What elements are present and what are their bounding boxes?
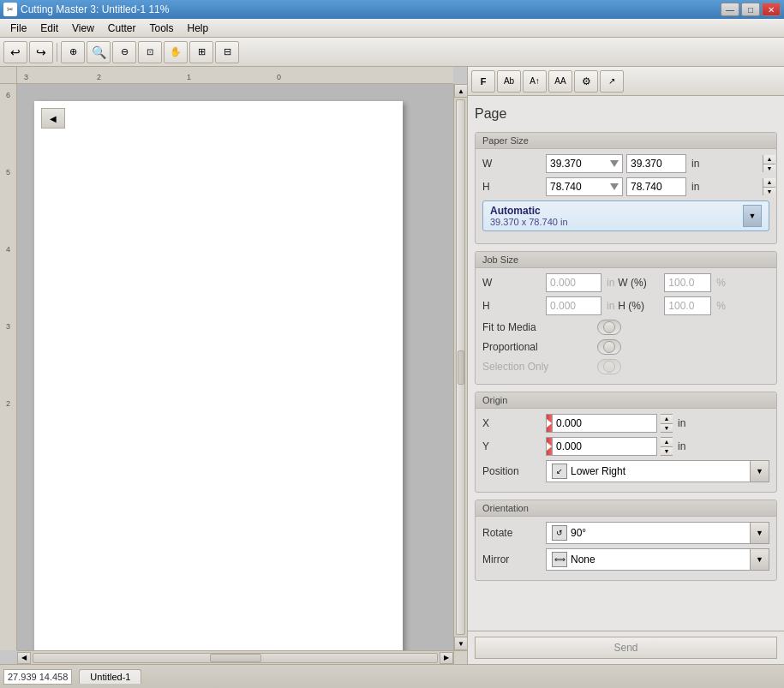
- title-bar: ✂ Cutting Master 3: Untitled-1 11% — □ ✕: [0, 0, 784, 19]
- auto-text: Automatic 39.370 x 78.740 in: [490, 205, 568, 227]
- panel-btn-ab[interactable]: Ab: [497, 70, 521, 93]
- paper-w-down[interactable]: ▼: [763, 165, 775, 173]
- menu-edit[interactable]: Edit: [33, 21, 65, 36]
- pan-button[interactable]: ✋: [164, 41, 188, 63]
- ruler-corner: [0, 67, 17, 84]
- mirror-icon: ⟺: [552, 552, 567, 567]
- position-dropdown-arrow[interactable]: ▼: [750, 461, 769, 482]
- origin-y-unit: in: [678, 440, 685, 452]
- origin-x-arrows[interactable]: ▲ ▼: [661, 414, 673, 433]
- origin-x-input[interactable]: [546, 414, 657, 433]
- rotate-dropdown-arrow[interactable]: ▼: [750, 523, 769, 543]
- origin-section: Origin X ▲ ▼: [475, 392, 777, 493]
- job-wpct-unit: %: [716, 277, 726, 289]
- job-size-section: Job Size W ▲ ▼ in W (%): [475, 251, 777, 385]
- scroll-down-button[interactable]: ▼: [454, 637, 467, 650]
- scroll-right-button[interactable]: ▶: [440, 652, 453, 664]
- zoom-fit-button[interactable]: ⊕: [61, 41, 85, 63]
- mirror-dropdown-content: ⟺ None: [547, 552, 750, 567]
- fit-to-media-row: Fit to Media: [482, 320, 769, 335]
- main-toolbar: ↩ ↪ ⊕ 🔍 ⊖ ⊡ ✋ ⊞ ⊟: [0, 38, 784, 67]
- job-h-input[interactable]: ▲ ▼: [546, 296, 601, 315]
- paper-w-up[interactable]: ▲: [763, 155, 775, 165]
- origin-y-input[interactable]: [546, 437, 657, 456]
- origin-y-down[interactable]: ▼: [661, 447, 673, 456]
- job-wpct-input[interactable]: ▲ ▼: [664, 273, 711, 292]
- paper-w-slider[interactable]: [546, 154, 623, 173]
- scroll-thumb-v[interactable]: [456, 99, 465, 635]
- grid-button[interactable]: ⊞: [189, 41, 213, 63]
- origin-y-label: Y: [482, 440, 542, 452]
- proportional-toggle[interactable]: [597, 339, 621, 355]
- origin-y-triangle: [547, 442, 552, 451]
- job-h-row: H ▲ ▼ in H (%): [482, 296, 769, 315]
- paper-h-arrows[interactable]: ▲ ▼: [763, 178, 775, 195]
- canvas-inner[interactable]: ◀: [17, 84, 453, 650]
- undo-button[interactable]: ↩: [3, 41, 27, 63]
- panel-btn-aa[interactable]: AA: [548, 70, 572, 93]
- paper-w-input[interactable]: ▲ ▼: [626, 154, 686, 173]
- status-coords: 27.939 14.458: [3, 669, 72, 685]
- panel-btn-arrow[interactable]: ↗: [600, 70, 624, 93]
- menu-help[interactable]: Help: [181, 21, 216, 36]
- origin-x-down[interactable]: ▼: [661, 424, 673, 433]
- rotate-value: 90°: [571, 527, 586, 539]
- menu-file[interactable]: File: [3, 21, 33, 36]
- rotate-label: Rotate: [482, 527, 542, 539]
- mirror-dropdown-arrow[interactable]: ▼: [750, 549, 769, 570]
- redo-button[interactable]: ↪: [29, 41, 53, 63]
- paper-h-unit: in: [691, 181, 699, 193]
- auto-arrow[interactable]: ▼: [743, 205, 762, 227]
- menu-cutter[interactable]: Cutter: [101, 21, 143, 36]
- job-w-input[interactable]: ▲ ▼: [546, 273, 601, 292]
- paper-h-slider[interactable]: [546, 177, 623, 196]
- scroll-left-button[interactable]: ◀: [17, 652, 31, 664]
- auto-title: Automatic: [490, 205, 568, 217]
- status-bar: 27.939 14.458 Untitled-1: [0, 664, 784, 688]
- grid2-button[interactable]: ⊟: [215, 41, 239, 63]
- paper-h-input[interactable]: ▲ ▼: [626, 177, 686, 196]
- horizontal-scrollbar: ◀ ▶: [17, 650, 453, 664]
- vertical-ruler: 6 5 4 3 2: [0, 84, 17, 650]
- selection-only-toggle[interactable]: [597, 359, 621, 374]
- scroll-thumb-h[interactable]: [33, 653, 438, 663]
- back-icon[interactable]: ◀: [41, 108, 65, 129]
- mirror-dropdown[interactable]: ⟺ None ▼: [546, 548, 769, 571]
- zoom-selection-button[interactable]: ⊡: [138, 41, 162, 63]
- fit-to-media-toggle[interactable]: [597, 320, 621, 335]
- panel-btn-a-up[interactable]: A↑: [523, 70, 547, 93]
- rotate-dropdown[interactable]: ↺ 90° ▼: [546, 522, 769, 544]
- toggle-inner-prop: [603, 341, 615, 353]
- origin-y-up[interactable]: ▲: [661, 438, 673, 447]
- paper-w-row: W ▲ ▼ in: [482, 154, 769, 173]
- auto-dropdown[interactable]: Automatic 39.370 x 78.740 in ▼: [482, 200, 769, 231]
- panel-btn-f[interactable]: F: [471, 70, 495, 93]
- origin-x-up[interactable]: ▲: [661, 415, 673, 424]
- maximize-button[interactable]: □: [741, 3, 760, 16]
- send-button[interactable]: Send: [475, 637, 777, 659]
- proportional-row: Proportional: [482, 339, 769, 355]
- job-hpct-input[interactable]: ▲ ▼: [664, 296, 711, 315]
- zoom-in-button[interactable]: 🔍: [87, 41, 111, 63]
- canvas-area: 3 2 1 0 6 5 4 3 2 ◀ ▲: [0, 67, 467, 664]
- menu-view[interactable]: View: [65, 21, 101, 36]
- job-w-unit: in: [607, 277, 614, 289]
- paper-w-arrows[interactable]: ▲ ▼: [763, 155, 775, 172]
- mirror-row: Mirror ⟺ None ▼: [482, 548, 769, 571]
- paper-h-up[interactable]: ▲: [763, 178, 775, 188]
- paper-h-down[interactable]: ▼: [763, 188, 775, 196]
- menu-tools[interactable]: Tools: [143, 21, 181, 36]
- position-dropdown[interactable]: ↙ Lower Right ▼: [546, 460, 769, 482]
- minimize-button[interactable]: —: [721, 3, 739, 16]
- scroll-up-button[interactable]: ▲: [454, 84, 467, 98]
- origin-y-arrows[interactable]: ▲ ▼: [661, 437, 673, 456]
- position-row: Position ↙ Lower Right ▼: [482, 460, 769, 482]
- close-button[interactable]: ✕: [762, 3, 781, 16]
- position-dropdown-content: ↙ Lower Right: [547, 464, 750, 479]
- tab-untitled-1[interactable]: Untitled-1: [79, 669, 141, 684]
- selection-only-row: Selection Only: [482, 359, 769, 374]
- panel-btn-gear[interactable]: ⚙: [574, 70, 598, 93]
- panel-content: Page Paper Size W ▲: [468, 96, 784, 631]
- vertical-scrollbar: ▲ ▼: [453, 84, 467, 650]
- zoom-out-button[interactable]: ⊖: [112, 41, 136, 63]
